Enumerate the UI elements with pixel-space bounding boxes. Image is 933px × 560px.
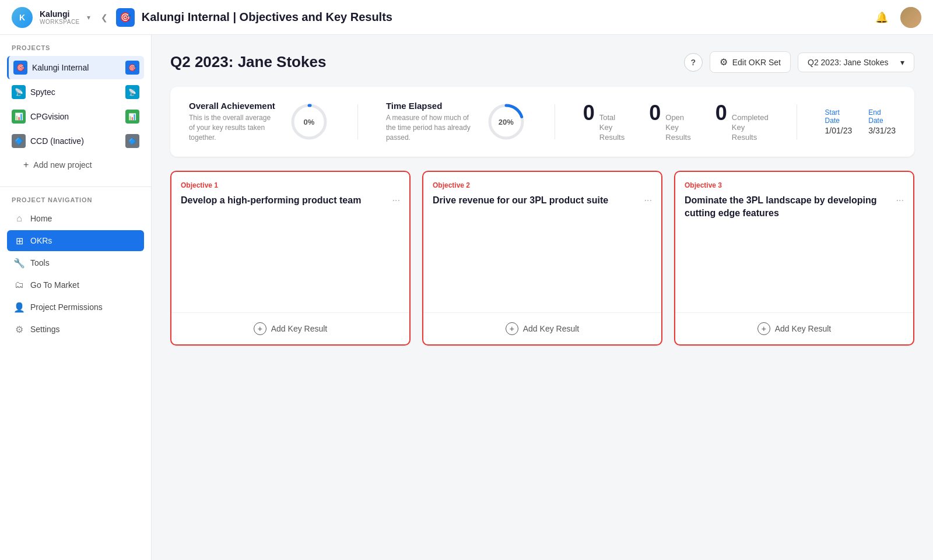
workspace-chevron-icon[interactable]: ▾: [87, 13, 90, 22]
overall-achievement-desc: This is the overall average of your key …: [189, 113, 277, 142]
add-key-result-icon-3: +: [757, 322, 770, 335]
add-key-result-button-1[interactable]: + Add Key Result: [171, 312, 409, 344]
edit-okr-button[interactable]: ⚙ Edit OKR Set: [710, 51, 791, 73]
project-icon-ccd: 🔷: [12, 134, 26, 148]
topbar-right: 🔔: [872, 7, 921, 28]
gear-icon: ⚙: [720, 57, 728, 68]
user-avatar[interactable]: [900, 7, 921, 28]
completed-key-results-number: 0: [715, 101, 727, 125]
total-key-results-number: 0: [583, 101, 595, 125]
project-icon-spytec: 📡: [12, 85, 26, 99]
workspace-info: Kalungi WORKSPACE: [40, 9, 80, 25]
objective-2-menu-dots[interactable]: ···: [644, 194, 652, 206]
workspace-avatar[interactable]: K: [12, 7, 33, 28]
content-actions: ? ⚙ Edit OKR Set Q2 2023: Jane Stokes ▾: [684, 51, 914, 73]
objective-3-menu-dots[interactable]: ···: [896, 194, 904, 206]
objective-1-header: Objective 1 Develop a high-performing pr…: [171, 172, 409, 214]
sidebar-item-ccd[interactable]: 🔷 CCD (Inactive) ··· 🔷: [7, 129, 144, 153]
objective-3-number: Objective 3: [685, 181, 904, 189]
overall-achievement-circle: 0%: [289, 101, 329, 142]
add-key-result-button-3[interactable]: + Add Key Result: [675, 312, 913, 344]
project-name-cpg: CPGvision: [30, 112, 109, 121]
add-project-plus-icon: +: [23, 160, 29, 170]
workspace-label: WORKSPACE: [40, 19, 80, 25]
period-selector-value: Q2 2023: Jane Stokes: [808, 58, 889, 67]
objective-2-body: [423, 214, 661, 312]
total-key-results-item: 0 TotalKey Results: [583, 101, 631, 143]
objective-3-title: Dominate the 3PL landscape by developing…: [685, 194, 892, 220]
objective-card-3: Objective 3 Dominate the 3PL landscape b…: [674, 171, 914, 346]
objective-3-header: Objective 3 Dominate the 3PL landscape b…: [675, 172, 913, 227]
start-date-label: Start Date: [825, 108, 853, 125]
objectives-grid: Objective 1 Develop a high-performing pr…: [170, 171, 914, 346]
sidebar-item-kalungi-internal[interactable]: 🎯 Kalungi Internal ··· 🎯: [7, 56, 144, 79]
add-project-button[interactable]: + Add new project: [14, 155, 137, 175]
sidebar-item-okrs[interactable]: ⊞ OKRs: [7, 230, 144, 251]
objective-1-number: Objective 1: [181, 181, 400, 189]
sidebar-divider: [0, 186, 151, 187]
overall-achievement-group: Overall Achievement This is the overall …: [189, 101, 329, 142]
sidebar-toggle-button[interactable]: ❮: [97, 10, 111, 24]
notification-button[interactable]: 🔔: [872, 8, 891, 27]
okrs-label: OKRs: [30, 236, 52, 245]
sidebar-item-home[interactable]: ⌂ Home: [7, 208, 144, 229]
time-elapsed-group: Time Elapsed A measure of how much of th…: [386, 101, 527, 142]
topbar-left: K Kalungi WORKSPACE ▾ ❮: [12, 7, 111, 28]
sidebar-item-settings[interactable]: ⚙ Settings: [7, 319, 144, 340]
help-button[interactable]: ?: [684, 53, 703, 72]
page-header: 🎯 Kalungi Internal | Objectives and Key …: [111, 8, 872, 27]
sidebar-item-spytec[interactable]: 📡 Spytec ··· 📡: [7, 80, 144, 104]
open-key-results-number: 0: [649, 101, 661, 125]
overall-achievement-value: 0%: [304, 117, 315, 126]
project-permissions-label: Project Permissions: [30, 302, 103, 312]
key-results-numbers: 0 TotalKey Results 0 OpenKey Results 0 C…: [583, 101, 769, 143]
projects-section: PROJECTS 🎯 Kalungi Internal ··· 🎯 📡 Spyt…: [0, 35, 151, 182]
settings-icon: ⚙: [14, 324, 24, 334]
project-name-kalungi: Kalungi Internal: [32, 63, 109, 72]
go-to-market-label: Go To Market: [30, 280, 79, 290]
objective-1-menu-dots[interactable]: ···: [392, 194, 400, 206]
objective-3-title-row: Dominate the 3PL landscape by developing…: [685, 194, 904, 220]
project-badge-ccd: 🔷: [125, 134, 139, 148]
objective-2-number: Objective 2: [433, 181, 652, 189]
add-key-result-button-2[interactable]: + Add Key Result: [423, 312, 661, 344]
page-title: Kalungi Internal | Objectives and Key Re…: [142, 10, 392, 24]
project-name-spytec: Spytec: [30, 87, 109, 97]
project-badge-spytec: 📡: [125, 85, 139, 99]
period-selector[interactable]: Q2 2023: Jane Stokes ▾: [798, 52, 914, 72]
sidebar-item-project-permissions[interactable]: 👤 Project Permissions: [7, 297, 144, 318]
end-date-label: End Date: [868, 108, 896, 125]
go-to-market-icon: 🗂: [14, 280, 24, 290]
objective-2-title: Drive revenue for our 3PL product suite: [433, 194, 640, 207]
objective-1-body: [171, 214, 409, 312]
overall-achievement-title: Overall Achievement: [189, 101, 277, 111]
time-elapsed-title: Time Elapsed: [386, 101, 474, 111]
sidebar-item-go-to-market[interactable]: 🗂 Go To Market: [7, 274, 144, 295]
time-elapsed-desc: A measure of how much of the time period…: [386, 113, 474, 142]
sidebar-item-tools[interactable]: 🔧 Tools: [7, 252, 144, 273]
sidebar-item-cpgvision[interactable]: 📊 CPGvision ··· 📊: [7, 105, 144, 128]
add-project-label: Add new project: [33, 160, 92, 170]
time-elapsed-value: 20%: [499, 117, 514, 126]
objective-card-1: Objective 1 Develop a high-performing pr…: [170, 171, 411, 346]
stats-card: Overall Achievement This is the overall …: [170, 87, 914, 157]
content-title: Q2 2023: Jane Stokes: [170, 53, 326, 71]
objective-1-title: Develop a high-performing product team: [181, 194, 388, 207]
main-layout: PROJECTS 🎯 Kalungi Internal ··· 🎯 📡 Spyt…: [0, 35, 933, 560]
add-key-result-label-3: Add Key Result: [775, 324, 832, 333]
add-key-result-icon-2: +: [506, 322, 518, 335]
project-badge-cpg: 📊: [125, 110, 139, 124]
add-key-result-icon-1: +: [254, 322, 266, 335]
objective-3-body: [675, 227, 913, 312]
project-nav-label: PROJECT NAVIGATION: [7, 196, 144, 203]
stat-divider-1: [357, 104, 358, 139]
user-avatar-image: [900, 7, 921, 28]
objective-1-title-row: Develop a high-performing product team ·…: [181, 194, 400, 207]
add-key-result-label-2: Add Key Result: [523, 324, 580, 333]
project-name-ccd: CCD (Inactive): [30, 136, 109, 146]
project-badge-kalungi: 🎯: [125, 61, 139, 75]
workspace-name: Kalungi: [40, 9, 80, 19]
objective-2-header: Objective 2 Drive revenue for our 3PL pr…: [423, 172, 661, 214]
dates-group: Start Date 1/01/23 End Date 3/31/23: [825, 108, 896, 135]
home-label: Home: [30, 214, 52, 223]
